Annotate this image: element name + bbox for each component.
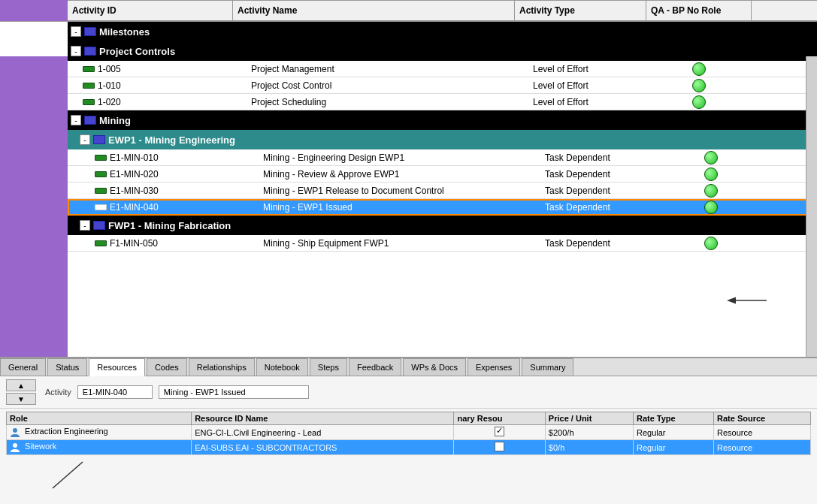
resource-rate-type-2: Regular — [633, 440, 713, 455]
check-1-020 — [692, 95, 706, 109]
grid-header: Activity ID Activity Name Activity Type … — [68, 0, 817, 21]
person-icon-1 — [10, 427, 20, 438]
checkbox-primary-2[interactable] — [495, 442, 504, 451]
scrollbar[interactable] — [806, 56, 817, 357]
group-project-controls[interactable]: - Project Controls — [68, 41, 817, 61]
resource-id-1: ENG-CI-L.Civil Engineering - Lead — [192, 425, 454, 440]
nav-down-button[interactable]: ▼ — [6, 393, 36, 405]
resource-primary-1 — [454, 425, 545, 440]
cell-qa-e1-min-020 — [673, 167, 749, 181]
row-e1-min-020[interactable]: E1-MIN-020 Mining - Review & Approve EWP… — [68, 166, 817, 183]
cell-qa-e1-min-010 — [673, 151, 749, 164]
activity-bar-e1-min-040 — [95, 204, 107, 210]
tab-summary[interactable]: Summary — [522, 358, 573, 376]
resources-panel: Role Resource ID Name nary Resou Price /… — [0, 409, 817, 458]
tab-expenses[interactable]: Expenses — [468, 358, 520, 376]
indent-spacer — [0, 0, 68, 21]
tab-steps[interactable]: Steps — [310, 358, 347, 376]
tab-notebook[interactable]: Notebook — [256, 358, 308, 376]
tab-status[interactable]: Status — [47, 358, 87, 376]
tab-codes[interactable]: Codes — [147, 358, 187, 376]
activity-bar-1-020 — [83, 99, 95, 105]
row-e1-min-010[interactable]: E1-MIN-010 Mining - Engineering Design E… — [68, 149, 817, 166]
group-milestones[interactable]: - Milestones — [68, 22, 817, 41]
folder-icon-project-controls — [84, 47, 96, 56]
group-fwp1[interactable]: - FWP1 - Mining Fabrication — [68, 216, 817, 235]
expand-milestones[interactable]: - — [71, 26, 81, 37]
fwp1-label: FWP1 - Mining Fabrication — [108, 220, 231, 231]
resource-id-2: EAI-SUBS.EAI - SUBCONTRACTORS — [192, 440, 454, 455]
row-e1-min-040[interactable]: E1-MIN-040 Mining - EWP1 Issued Task Dep… — [68, 199, 817, 216]
cell-name-e1-min-040: Mining - EWP1 Issued — [260, 202, 542, 213]
activity-field-label: Activity — [45, 388, 71, 397]
resource-role-1: Extraction Engineering — [7, 425, 192, 440]
person-icon-2 — [10, 442, 20, 453]
cell-name-1-020: Project Scheduling — [248, 97, 530, 107]
mining-label: Mining — [99, 115, 131, 126]
resource-price-2: $0/h — [545, 440, 633, 455]
cell-name-f1-min-050: Mining - Ship Equipment FWP1 — [260, 238, 542, 249]
cell-id-e1-min-030: E1-MIN-030 — [95, 186, 260, 196]
expand-fwp1[interactable]: - — [80, 220, 90, 231]
resource-primary-2 — [454, 440, 545, 455]
grid-header-row: Activity ID Activity Name Activity Type … — [0, 0, 817, 22]
col-primary-resource: nary Resou — [454, 412, 545, 425]
ewp1-label: EWP1 - Mining Engineering — [108, 134, 235, 146]
resource-rate-source-2: Resource — [714, 440, 811, 455]
checkbox-primary-1[interactable] — [495, 427, 504, 436]
activity-bar-1-005 — [83, 66, 95, 72]
check-1-005 — [692, 62, 706, 76]
cell-id-1-020: 1-020 — [83, 97, 248, 107]
activity-bar-f1-min-050 — [95, 240, 107, 246]
group-mining[interactable]: - Mining — [68, 110, 817, 130]
expand-ewp1[interactable]: - — [80, 134, 90, 145]
activity-bar-1-010 — [83, 83, 95, 89]
folder-icon-ewp1 — [93, 135, 105, 144]
cell-id-1-005: 1-005 — [83, 64, 248, 74]
check-e1-min-030 — [704, 184, 718, 198]
resource-row-1[interactable]: Extraction Engineering ENG-CI-L.Civil En… — [7, 425, 811, 440]
expand-project-controls[interactable]: - — [71, 46, 81, 56]
main-container: Activity ID Activity Name Activity Type … — [0, 0, 817, 504]
nav-up-button[interactable]: ▲ — [6, 379, 36, 391]
check-e1-min-040 — [704, 201, 718, 214]
tab-feedback[interactable]: Feedback — [349, 358, 401, 376]
cell-type-1-010: Level of Effort — [530, 80, 661, 91]
group-ewp1[interactable]: - EWP1 - Mining Engineering — [68, 130, 817, 149]
folder-icon-mining — [84, 116, 96, 125]
col-resource-id: Resource ID Name — [192, 412, 454, 425]
col-price-unit: Price / Unit — [545, 412, 633, 425]
row-f1-min-050[interactable]: F1-MIN-050 Mining - Ship Equipment FWP1 … — [68, 235, 817, 252]
check-e1-min-010 — [704, 151, 718, 164]
col-header-activity-name: Activity Name — [233, 1, 515, 20]
row-1-005[interactable]: 1-005 Project Management Level of Effort — [68, 61, 817, 77]
col-header-qa: QA - BP No Role — [646, 1, 752, 20]
folder-icon-fwp1 — [93, 221, 105, 230]
cell-id-e1-min-020: E1-MIN-020 — [95, 169, 260, 180]
tab-general[interactable]: General — [0, 358, 46, 376]
bottom-panel: General Status Resources Codes Relations… — [0, 357, 817, 504]
tab-relationships[interactable]: Relationships — [189, 358, 255, 376]
row-1-010[interactable]: 1-010 Project Cost Control Level of Effo… — [68, 77, 817, 94]
col-rate-type: Rate Type — [633, 412, 713, 425]
cell-type-e1-min-010: Task Dependent — [542, 152, 673, 163]
cell-qa-e1-min-040 — [673, 201, 749, 214]
cell-qa-f1-min-050 — [673, 237, 749, 250]
resource-rate-source-1: Resource — [714, 425, 811, 440]
resource-rate-type-1: Regular — [633, 425, 713, 440]
cell-qa-1-005 — [661, 62, 737, 76]
row-e1-min-030[interactable]: E1-MIN-030 Mining - EWP1 Release to Docu… — [68, 183, 817, 199]
tab-resources[interactable]: Resources — [89, 358, 145, 376]
cell-name-e1-min-020: Mining - Review & Approve EWP1 — [260, 169, 542, 180]
cell-id-e1-min-040: E1-MIN-040 — [95, 202, 260, 213]
row-1-020[interactable]: 1-020 Project Scheduling Level of Effort — [68, 94, 817, 110]
folder-icon-milestones — [84, 27, 96, 36]
expand-mining[interactable]: - — [71, 115, 81, 125]
cell-type-e1-min-040: Task Dependent — [542, 202, 673, 213]
activity-bar-e1-min-020 — [95, 171, 107, 177]
tab-wps-docs[interactable]: WPs & Docs — [403, 358, 466, 376]
project-controls-label: Project Controls — [99, 46, 175, 57]
cell-qa-e1-min-030 — [673, 184, 749, 198]
cell-name-e1-min-030: Mining - EWP1 Release to Document Contro… — [260, 186, 542, 196]
resource-row-2[interactable]: Sitework EAI-SUBS.EAI - SUBCONTRACTORS $… — [7, 440, 811, 455]
